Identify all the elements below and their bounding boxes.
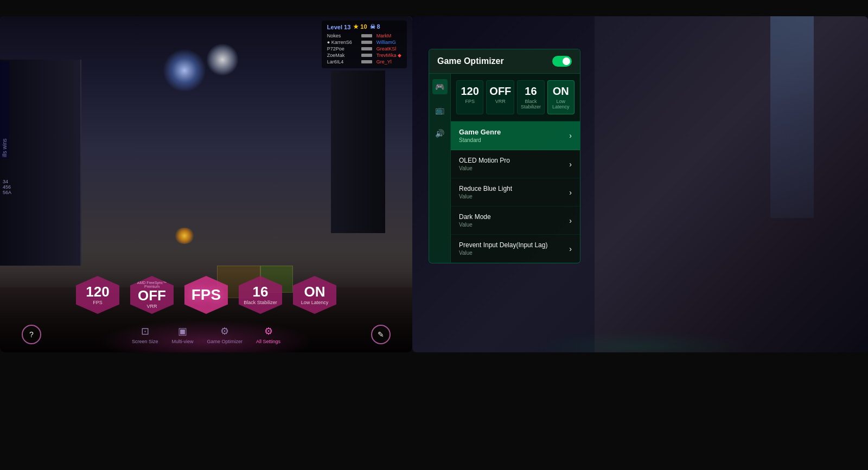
reduce-blue-light-item[interactable]: Reduce Blue Light Value › — [451, 178, 580, 207]
gun-icon — [361, 60, 372, 63]
panel-vrr-stat: OFF VRR — [486, 80, 514, 114]
dark-mode-item[interactable]: Dark Mode Value › — [451, 207, 580, 235]
prevent-input-delay-item[interactable]: Prevent Input Delay(Input Lag) Value › — [451, 235, 580, 263]
black-stab-value: 16 — [253, 285, 269, 299]
fps-value: 120 — [86, 285, 109, 299]
panel-with-sidebar: 🎮 📺 🔊 120 FPS OFF — [429, 74, 580, 263]
genre-text: Game Genre Standard — [459, 128, 501, 143]
panel-fps-stat: 120 FPS — [456, 80, 483, 114]
mode-hexagon: FPS — [184, 276, 228, 314]
hud-top: Level 13 ★ 10 ☠ 8 Nokes MarkM ● KarrenS6… — [322, 21, 407, 68]
latency-hexagon: ON Low Latency — [293, 276, 336, 314]
skull-count: ☠ 8 — [370, 23, 380, 30]
genre-chevron-icon: › — [569, 131, 572, 140]
latency-value: ON — [304, 285, 326, 299]
gun-icon — [361, 34, 372, 37]
multi-view-icon: ▣ — [178, 325, 187, 337]
dark-mode-title: Dark Mode — [459, 213, 491, 221]
screens-container: ills wins 34 456 56A Level 13 ★ 10 ☠ 8 N… — [0, 0, 868, 470]
all-settings-label: All Settings — [256, 339, 280, 344]
panel-header: Game Optimizer — [429, 49, 580, 74]
black-stab-label: Black Stabilizer — [244, 300, 277, 305]
player-row: P72Poe GreatKSl — [327, 46, 401, 51]
right-screen: Game Optimizer 🎮 📺 🔊 — [412, 16, 868, 352]
panel-vrr-label: VRR — [489, 99, 511, 104]
muzzle-flash — [174, 228, 195, 244]
sidebar-gamepad-icon[interactable]: 🎮 — [432, 79, 448, 94]
level-badge: Level 13 ★ 10 ☠ 8 — [327, 23, 401, 30]
screen-size-icon: ⊡ — [141, 325, 149, 337]
light-1 — [163, 49, 206, 92]
gun-icon — [361, 47, 372, 50]
vrr-hexagon: AMD FreeSync™ Premium OFF VRR — [130, 276, 174, 314]
building-right — [331, 70, 385, 233]
fps-stat: 120 FPS — [76, 276, 119, 314]
genre-title: Game Genre — [459, 128, 501, 136]
oled-motion-pro-value: Value — [459, 165, 510, 171]
all-settings-button[interactable]: ⚙ All Settings — [256, 325, 280, 344]
bottom-hud: 120 FPS AMD FreeSync™ Premium OFF VRR — [0, 271, 412, 352]
multi-view-label: Multi-view — [171, 339, 193, 344]
gun-icon — [361, 54, 372, 57]
screen-size-label: Screen Size — [132, 339, 158, 344]
player-row: Lar6IL4 Gre_Yl — [327, 59, 401, 65]
panel-black-stab-stat: 16 Black Stabilizer — [517, 80, 544, 114]
latency-stat: ON Low Latency — [293, 276, 336, 314]
reduce-blue-light-value: Value — [459, 194, 512, 199]
prevent-input-delay-value: Value — [459, 250, 547, 256]
sidebar-display-icon[interactable]: 📺 — [432, 102, 448, 118]
panel-main-content: 120 FPS OFF VRR 16 Black Stabilizer — [451, 74, 580, 263]
rock-bg — [595, 16, 868, 352]
oled-motion-pro-item[interactable]: OLED Motion Pro Value › — [451, 150, 580, 178]
vrr-value: OFF — [138, 288, 166, 302]
waterfall — [770, 16, 814, 218]
level-text: Level 13 — [327, 24, 350, 30]
fps-label: FPS — [93, 300, 103, 305]
left-screen: ills wins 34 456 56A Level 13 ★ 10 ☠ 8 N… — [0, 16, 412, 352]
multi-view-button[interactable]: ▣ Multi-view — [171, 325, 193, 344]
player-row: Nokes MarkM — [327, 33, 401, 38]
help-button[interactable]: ? — [22, 325, 41, 344]
edit-icon: ✎ — [378, 330, 384, 339]
game-optimizer-panel: Game Optimizer 🎮 📺 🔊 — [429, 49, 580, 263]
left-game-background: ills wins 34 456 56A Level 13 ★ 10 ☠ 8 N… — [0, 16, 412, 352]
panel-latency-stat: ON Low Latency — [547, 80, 575, 114]
oled-motion-pro-title: OLED Motion Pro — [459, 157, 510, 164]
panel-black-stab-value: 16 — [520, 85, 541, 98]
panel-sidebar: 🎮 📺 🔊 — [429, 74, 451, 263]
prevent-input-delay-chevron-icon: › — [569, 244, 572, 253]
mode-stat: FPS — [184, 276, 228, 314]
dark-mode-chevron-icon: › — [569, 216, 572, 225]
panel-latency-label: Low Latency — [551, 99, 571, 110]
bottom-menu: ? ⊡ Screen Size ▣ Multi-view ⚙ — [11, 322, 401, 347]
reduce-blue-light-chevron-icon: › — [569, 188, 572, 197]
panel-toggle[interactable] — [552, 56, 572, 67]
game-optimizer-label: Game Optimizer — [207, 339, 243, 344]
right-game-background: Game Optimizer 🎮 📺 🔊 — [412, 16, 868, 352]
screen-size-button[interactable]: ⊡ Screen Size — [132, 325, 158, 344]
game-optimizer-icon: ⚙ — [220, 325, 229, 337]
prevent-input-delay-title: Prevent Input Delay(Input Lag) — [459, 241, 547, 249]
panel-latency-value: ON — [551, 85, 571, 98]
reduce-blue-light-title: Reduce Blue Light — [459, 185, 512, 192]
game-optimizer-button[interactable]: ⚙ Game Optimizer — [207, 325, 243, 344]
panel-fps-label: FPS — [459, 99, 480, 104]
black-stab-hexagon: 16 Black Stabilizer — [239, 276, 282, 314]
black-stab-stat: 16 Black Stabilizer — [239, 276, 282, 314]
player-list: Nokes MarkM ● KarrenS6 WilliamG P72Poe G… — [327, 33, 401, 65]
game-genre-row[interactable]: Game Genre Standard › — [451, 121, 580, 150]
panel-title: Game Optimizer — [437, 56, 504, 66]
sidebar-audio-icon[interactable]: 🔊 — [432, 126, 448, 141]
panel-menu: OLED Motion Pro Value › Reduce Blue Ligh… — [451, 150, 580, 263]
menu-items: ⊡ Screen Size ▣ Multi-view ⚙ Game Optimi… — [132, 325, 280, 344]
mode-value: FPS — [192, 286, 221, 304]
star-count: ★ 10 — [353, 23, 367, 30]
genre-value: Standard — [459, 137, 501, 143]
dark-mode-value: Value — [459, 222, 491, 228]
edit-button[interactable]: ✎ — [371, 325, 391, 344]
all-settings-icon: ⚙ — [264, 325, 273, 337]
light-2 — [206, 43, 239, 76]
gun-icon — [361, 41, 372, 44]
left-score: 34 456 56A — [3, 179, 11, 195]
fps-hexagon: 120 FPS — [76, 276, 119, 314]
